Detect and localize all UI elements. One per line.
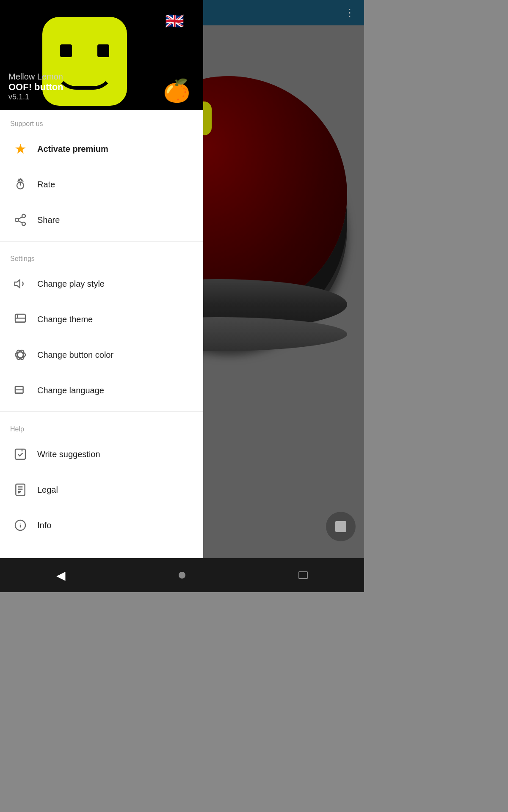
write-suggestion-label: Write suggestion (37, 450, 100, 459)
share-icon (10, 210, 30, 230)
svg-line-6 (18, 217, 22, 219)
menu-item-legal[interactable]: Legal (0, 472, 203, 508)
app-name: OOF! button (8, 82, 64, 93)
language-flag-icon (10, 380, 30, 401)
lemon-icon: 🍊 (163, 80, 190, 102)
divider-1 (0, 241, 203, 241)
menu-item-change-button-color[interactable]: Change button color (0, 337, 203, 373)
color-icon (10, 345, 30, 365)
navigation-drawer: 🇬🇧 🍊 Mellow Lemon OOF! button v5.1.1 Sup… (0, 0, 203, 592)
app-author: Mellow Lemon (8, 72, 64, 82)
change-theme-label: Change theme (37, 315, 93, 324)
svg-rect-19 (15, 449, 25, 459)
section-settings-label: Settings (0, 245, 203, 266)
menu-item-write-suggestion[interactable]: Write suggestion (0, 436, 203, 472)
drawer-content: Support us ★ Activate premium Rate (0, 110, 203, 592)
speaker-icon (10, 274, 30, 294)
activate-premium-label: Activate premium (37, 144, 108, 154)
menu-item-change-play-style[interactable]: Change play style (0, 266, 203, 302)
avatar-eye-right (97, 44, 109, 57)
svg-point-2 (22, 214, 25, 218)
change-language-label: Change language (37, 386, 104, 395)
home-button[interactable] (179, 572, 185, 579)
change-button-color-label: Change button color (37, 350, 113, 360)
svg-line-5 (18, 221, 22, 223)
language-flag: 🇬🇧 (165, 13, 190, 30)
rate-label: Rate (37, 180, 55, 189)
avatar-smile (55, 69, 114, 90)
app-info: Mellow Lemon OOF! button v5.1.1 (8, 72, 64, 102)
app-version: v5.1.1 (8, 93, 64, 102)
menu-item-change-theme[interactable]: Change theme (0, 302, 203, 337)
info-label: Info (37, 521, 51, 530)
info-icon (10, 515, 30, 535)
section-help-label: Help (0, 415, 203, 436)
theme-icon (10, 309, 30, 329)
menu-item-change-language[interactable]: Change language (0, 373, 203, 408)
legal-label: Legal (37, 485, 58, 495)
svg-rect-21 (16, 484, 25, 496)
share-label: Share (37, 215, 60, 225)
recent-apps-button[interactable] (298, 571, 308, 579)
section-support-label: Support us (0, 110, 203, 131)
star-icon: ★ (10, 139, 30, 159)
svg-marker-7 (15, 280, 20, 288)
svg-point-3 (15, 218, 19, 222)
menu-item-share[interactable]: Share (0, 202, 203, 238)
navigation-bar: ◀ (0, 558, 364, 592)
legal-icon (10, 480, 30, 500)
menu-item-info[interactable]: Info (0, 508, 203, 543)
divider-2 (0, 411, 203, 412)
avatar-eye-left (60, 44, 72, 57)
back-button[interactable]: ◀ (56, 568, 66, 582)
medal-icon (10, 174, 30, 195)
change-play-style-label: Change play style (37, 279, 105, 289)
svg-point-4 (22, 222, 25, 225)
menu-item-activate-premium[interactable]: ★ Activate premium (0, 131, 203, 167)
drawer-header: 🇬🇧 🍊 Mellow Lemon OOF! button v5.1.1 (0, 0, 203, 110)
edit-icon (10, 444, 30, 464)
menu-item-rate[interactable]: Rate (0, 167, 203, 202)
